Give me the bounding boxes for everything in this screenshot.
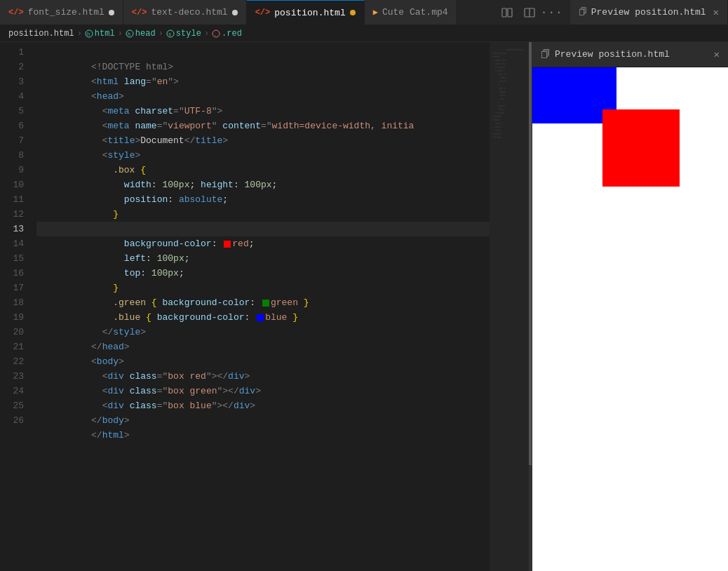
svg-rect-1	[508, 8, 512, 17]
video-icon: ▶	[373, 7, 378, 18]
preview-content	[532, 67, 728, 571]
tab-label: Preview position.html	[591, 7, 706, 18]
minimap-thumb-handle[interactable]	[529, 42, 532, 465]
preview-title: Preview position.html	[555, 49, 670, 60]
tab-bar: </> font_size.html </> text-deco.html </…	[0, 0, 728, 25]
preview-icon: 🗍	[579, 7, 587, 18]
html-icon: </>	[132, 8, 147, 18]
tab-close-dot	[232, 10, 238, 15]
code-line-18: .blue { background-color: blue }	[36, 295, 490, 310]
code-line-13: background-color: red;	[36, 222, 490, 236]
preview-header: 🗍 Preview position.html ✕	[532, 42, 728, 67]
breadcrumb-style[interactable]: s style	[166, 29, 201, 39]
tab-text-deco[interactable]: </> text-deco.html	[123, 0, 247, 25]
tab-close-dot	[109, 10, 114, 15]
svg-text:h: h	[128, 32, 130, 37]
breadcrumb-file[interactable]: position.html	[8, 29, 74, 39]
code-line-19: </style>	[36, 310, 490, 325]
svg-text:.: .	[214, 32, 217, 37]
code-line-21: <body>	[36, 340, 490, 354]
code-line-22: <div class="box red"></div>	[36, 354, 490, 369]
code-line-16: }	[36, 266, 490, 281]
html-icon: </>	[255, 8, 271, 18]
code-line-5: <meta name="viewport" content="width=dev…	[36, 104, 490, 119]
code-line-23: <div class="box green"></div>	[36, 369, 490, 384]
tab-font-size[interactable]: </> font_size.html	[0, 0, 123, 25]
tab-cute-cat[interactable]: ▶ Cute Cat.mp4	[365, 0, 457, 25]
tab-position[interactable]: </> position.html	[247, 0, 365, 25]
breadcrumb-html[interactable]: h html	[85, 29, 115, 39]
code-line-1: <!DOCTYPE html>	[36, 45, 490, 60]
code-line-8: .box {	[36, 148, 490, 163]
tab-bar-actions: ···	[497, 3, 567, 22]
code-line-25: </body>	[36, 398, 490, 413]
code-line-24: <div class="box blue"></div>	[36, 384, 490, 398]
code-line-7: <style>	[36, 133, 490, 148]
code-line-12: .red {	[36, 207, 490, 222]
html-icon: </>	[8, 8, 24, 18]
editor[interactable]: 12345 678910 1112131415 1617181920 21222…	[0, 42, 532, 571]
code-line-2: <html lang="en">	[36, 60, 490, 74]
code-line-10: position: absolute;	[36, 177, 490, 192]
tab-preview[interactable]: 🗍 Preview position.html ✕	[570, 0, 728, 25]
breadcrumb-red[interactable]: . .red	[212, 29, 242, 39]
tab-label: Cute Cat.mp4	[382, 7, 448, 18]
svg-text:s: s	[168, 32, 171, 37]
breadcrumb: position.html › h html › h head › s styl…	[0, 25, 728, 42]
minimap-scrollbar[interactable]	[529, 42, 532, 571]
code-line-14: left: 100px;	[36, 236, 490, 251]
preview-file-icon: 🗍	[541, 49, 551, 60]
close-preview-button[interactable]: ✕	[713, 8, 719, 18]
main-layout: 12345 678910 1112131415 1617181920 21222…	[0, 42, 728, 571]
more-actions-icon[interactable]: ···	[542, 3, 562, 22]
close-preview-x[interactable]: ✕	[714, 50, 720, 60]
code-line-15: top: 100px;	[36, 251, 490, 266]
tab-modified-dot	[350, 10, 356, 15]
minimap-content: <!DOCTYPE html> <html lang> <head> <meta…	[490, 42, 532, 146]
breadcrumb-head[interactable]: h head	[126, 29, 156, 39]
preview-red-box	[602, 109, 680, 187]
code-line-17: .green { background-color: green }	[36, 281, 490, 295]
code-line-20: </head>	[36, 325, 490, 340]
preview-panel: 🗍 Preview position.html ✕	[532, 42, 728, 571]
line-numbers: 12345 678910 1112131415 1617181920 21222…	[0, 42, 31, 571]
code-area[interactable]: <!DOCTYPE html> <html lang="en"> <head> …	[31, 42, 490, 571]
code-line-9: width: 100px; height: 100px;	[36, 163, 490, 177]
code-line-26: </html>	[36, 413, 490, 428]
svg-text:h: h	[87, 32, 90, 37]
code-line-6: <title>Document</title>	[36, 119, 490, 133]
code-line-3: <head>	[36, 74, 490, 89]
layout-icon[interactable]	[520, 3, 539, 22]
tab-label: position.html	[274, 8, 345, 18]
code-line-4: <meta charset="UTF-8">	[36, 89, 490, 104]
minimap: <!DOCTYPE html> <html lang> <head> <meta…	[490, 42, 532, 571]
svg-rect-0	[502, 8, 506, 17]
tab-label: font_size.html	[28, 7, 105, 18]
code-line-11: }	[36, 192, 490, 207]
tab-label: text-deco.html	[151, 7, 227, 18]
split-editor-icon[interactable]	[497, 3, 517, 22]
